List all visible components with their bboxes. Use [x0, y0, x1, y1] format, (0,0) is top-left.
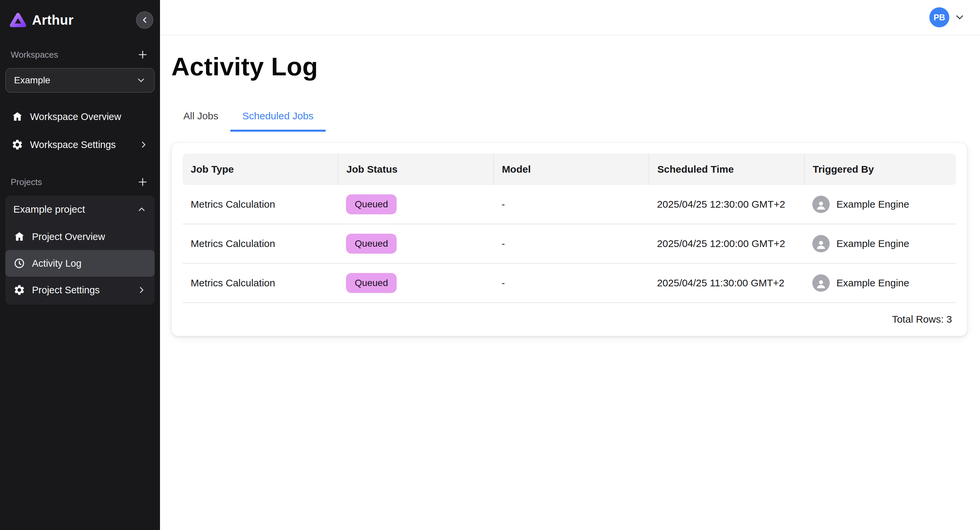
job-type-cell: Metrics Calculation — [183, 224, 338, 263]
sidebar-item-label: Project Overview — [32, 231, 105, 242]
sidebar-item-workspace-settings[interactable]: Workspace Settings — [5, 131, 155, 158]
job-type-cell: Metrics Calculation — [183, 185, 338, 224]
sidebar-item-label: Project Settings — [32, 285, 100, 296]
app-name: Arthur — [32, 13, 74, 28]
home-icon — [13, 231, 25, 243]
table-row: Metrics Calculation Queued - 2025/04/25 … — [183, 185, 956, 224]
scheduled-time-cell: 2025/04/25 11:30:00 GMT+2 — [649, 263, 804, 302]
main-area: PB Activity Log All Jobs Scheduled Jobs … — [160, 0, 980, 530]
user-menu-button[interactable] — [954, 12, 965, 23]
add-workspace-button[interactable] — [136, 48, 150, 61]
app-logo: Arthur — [10, 11, 74, 29]
page-title: Activity Log — [171, 52, 967, 81]
total-rows-label: Total Rows: 3 — [183, 303, 956, 328]
model-cell: - — [494, 224, 649, 263]
column-header-job-type: Job Type — [183, 154, 338, 185]
column-header-job-status: Job Status — [338, 154, 493, 185]
workspace-selector-value: Example — [14, 75, 50, 86]
arthur-logo-icon — [10, 11, 27, 29]
scheduled-time-cell: 2025/04/25 12:00:00 GMT+2 — [649, 224, 804, 263]
sidebar-item-label: Activity Log — [32, 258, 81, 269]
table-row: Metrics Calculation Queued - 2025/04/25 … — [183, 224, 956, 263]
chevron-left-icon — [140, 15, 150, 25]
column-header-model: Model — [494, 154, 649, 185]
tab-all-jobs[interactable]: All Jobs — [171, 103, 230, 132]
table-header-row: Job Type Job Status Model Scheduled Time… — [183, 154, 956, 185]
sidebar: Arthur Workspaces Example Workspace Over… — [0, 0, 160, 530]
status-badge: Queued — [346, 194, 397, 214]
chevron-down-icon — [136, 75, 146, 85]
page-content: Activity Log All Jobs Scheduled Jobs Job… — [160, 35, 980, 336]
triggered-by-cell: Example Engine — [812, 235, 948, 252]
sidebar-collapse-button[interactable] — [136, 11, 153, 29]
project-name: Example project — [13, 204, 85, 215]
sidebar-item-project-settings[interactable]: Project Settings — [5, 277, 155, 303]
column-header-triggered-by: Triggered By — [804, 154, 956, 185]
topbar: PB — [160, 0, 980, 35]
job-type-cell: Metrics Calculation — [183, 263, 338, 302]
gear-icon — [11, 138, 23, 151]
chevron-down-icon — [954, 12, 965, 23]
project-group-toggle[interactable]: Example project — [5, 195, 155, 223]
plus-icon — [137, 49, 149, 60]
workspace-nav: Workspace Overview Workspace Settings — [5, 102, 155, 158]
gear-icon — [13, 284, 25, 296]
tab-scheduled-jobs[interactable]: Scheduled Jobs — [230, 103, 326, 132]
scheduled-time-cell: 2025/04/25 12:30:00 GMT+2 — [649, 185, 804, 224]
plus-icon — [137, 176, 149, 188]
jobs-table: Job Type Job Status Model Scheduled Time… — [183, 154, 956, 303]
chevron-right-icon — [138, 140, 149, 150]
person-icon — [812, 235, 830, 252]
projects-label: Projects — [11, 177, 42, 187]
column-header-scheduled-time: Scheduled Time — [649, 154, 804, 185]
clock-icon — [13, 257, 25, 269]
sidebar-item-activity-log[interactable]: Activity Log — [5, 250, 155, 277]
sidebar-logo-row: Arthur — [5, 0, 155, 31]
workspaces-label: Workspaces — [11, 50, 58, 60]
triggered-by-name: Example Engine — [836, 199, 909, 210]
chevron-right-icon — [137, 285, 147, 295]
user-avatar[interactable]: PB — [929, 7, 949, 27]
triggered-by-name: Example Engine — [836, 277, 909, 289]
model-cell: - — [494, 263, 649, 302]
person-icon — [812, 196, 830, 213]
projects-section-header: Projects — [5, 175, 155, 189]
sidebar-item-workspace-overview[interactable]: Workspace Overview — [5, 103, 155, 130]
add-project-button[interactable] — [136, 175, 150, 189]
workspace-selector[interactable]: Example — [5, 68, 155, 93]
workspaces-section-header: Workspaces — [5, 48, 155, 61]
status-badge: Queued — [346, 234, 397, 254]
home-icon — [11, 111, 23, 123]
sidebar-item-project-overview[interactable]: Project Overview — [5, 223, 155, 250]
job-tabs: All Jobs Scheduled Jobs — [171, 103, 967, 132]
sidebar-item-label: Workspace Settings — [30, 139, 116, 150]
triggered-by-cell: Example Engine — [812, 196, 948, 213]
triggered-by-cell: Example Engine — [812, 274, 948, 292]
model-cell: - — [494, 185, 649, 224]
status-badge: Queued — [346, 273, 397, 293]
chevron-up-icon — [137, 204, 147, 214]
sidebar-item-label: Workspace Overview — [30, 111, 121, 123]
person-icon — [812, 274, 830, 292]
jobs-table-card: Job Type Job Status Model Scheduled Time… — [171, 142, 967, 336]
triggered-by-name: Example Engine — [836, 238, 909, 249]
project-group: Example project Project Overview Activit… — [5, 195, 155, 305]
table-row: Metrics Calculation Queued - 2025/04/25 … — [183, 263, 956, 302]
